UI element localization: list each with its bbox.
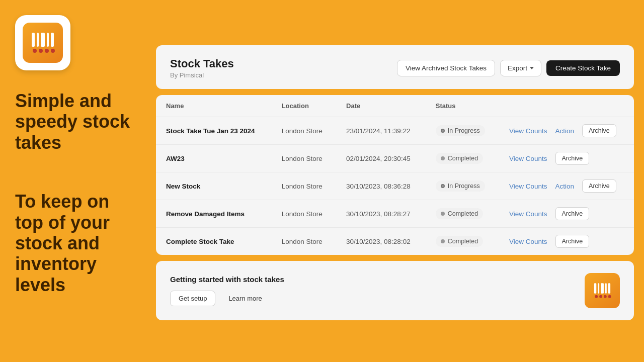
status-dot-icon bbox=[441, 239, 445, 243]
app-icon bbox=[15, 15, 70, 70]
status-dot-icon bbox=[441, 184, 445, 188]
cell-actions: View Counts Action Archive bbox=[499, 172, 634, 200]
hero-block-2: To keep on top of your stock and invento… bbox=[15, 191, 141, 295]
svg-point-14 bbox=[595, 295, 598, 298]
col-actions bbox=[499, 95, 634, 117]
cell-actions: View Counts Archive bbox=[499, 145, 634, 172]
header-title-group: Stock Takes By Pimsical bbox=[170, 57, 234, 79]
cell-status: Completed bbox=[426, 145, 499, 172]
archive-button[interactable]: Archive bbox=[582, 124, 616, 137]
getting-started-title: Getting started with stock takes bbox=[170, 275, 284, 284]
actions-col: View Counts Action Archive bbox=[509, 179, 624, 193]
status-badge: Completed bbox=[436, 153, 483, 164]
cell-date: 30/10/2023, 08:28:27 bbox=[336, 200, 426, 228]
app-icon-inner bbox=[23, 23, 63, 63]
table-row: Complete Stock Take London Store 30/10/2… bbox=[156, 228, 634, 255]
view-counts-link[interactable]: View Counts bbox=[509, 155, 547, 162]
header-card: Stock Takes By Pimsical View Archived St… bbox=[156, 45, 634, 89]
status-badge: Completed bbox=[436, 208, 483, 219]
svg-rect-9 bbox=[594, 283, 596, 294]
status-badge: In Progress bbox=[436, 180, 485, 192]
table-row: New Stock London Store 30/10/2023, 08:36… bbox=[156, 172, 634, 200]
cell-location: London Store bbox=[272, 200, 336, 228]
col-location: Location bbox=[272, 95, 336, 117]
table-row: AW23 London Store 02/01/2024, 20:30:45 C… bbox=[156, 145, 634, 172]
svg-point-17 bbox=[608, 295, 611, 298]
hero-text-2: To keep on top of your stock and invento… bbox=[15, 191, 141, 295]
svg-point-15 bbox=[599, 295, 602, 298]
cell-date: 30/10/2023, 08:36:28 bbox=[336, 172, 426, 200]
cell-name: Remove Damaged Items bbox=[156, 200, 272, 228]
cell-actions: View Counts Archive bbox=[499, 200, 634, 228]
archive-button[interactable]: Archive bbox=[555, 152, 590, 165]
getting-started-icon bbox=[585, 273, 620, 308]
header-actions: View Archived Stock Takes Export Create … bbox=[397, 60, 620, 76]
table-row: Remove Damaged Items London Store 30/10/… bbox=[156, 200, 634, 228]
col-status: Status bbox=[426, 95, 499, 117]
cell-status: In Progress bbox=[426, 117, 499, 145]
getting-started-card: Getting started with stock takes Get set… bbox=[156, 261, 634, 320]
export-button[interactable]: Export bbox=[500, 60, 541, 76]
view-counts-link[interactable]: View Counts bbox=[509, 183, 547, 190]
table-header-row: Name Location Date Status bbox=[156, 95, 634, 117]
col-date: Date bbox=[336, 95, 426, 117]
getting-started-actions: Get setup Learn more bbox=[170, 291, 284, 306]
cell-name: Complete Stock Take bbox=[156, 228, 272, 255]
left-panel: Simple and speedy stock takes To keep on… bbox=[0, 0, 156, 362]
action-link[interactable]: Action bbox=[555, 127, 575, 135]
svg-point-6 bbox=[39, 49, 43, 53]
cell-location: London Store bbox=[272, 172, 336, 200]
archive-button[interactable]: Archive bbox=[555, 235, 590, 248]
svg-rect-1 bbox=[37, 33, 39, 47]
cell-name: New Stock bbox=[156, 172, 272, 200]
table-card: Name Location Date Status Stock Take Tue… bbox=[156, 95, 634, 255]
page-title: Stock Takes bbox=[170, 57, 234, 70]
hero-text-1: Simple and speedy stock takes bbox=[15, 90, 141, 153]
svg-rect-2 bbox=[41, 33, 45, 47]
svg-rect-11 bbox=[601, 283, 604, 294]
cell-date: 30/10/2023, 08:28:02 bbox=[336, 228, 426, 255]
svg-rect-13 bbox=[608, 283, 610, 294]
learn-more-button[interactable]: Learn more bbox=[220, 291, 270, 306]
status-dot-icon bbox=[441, 156, 445, 160]
cell-date: 02/01/2024, 20:30:45 bbox=[336, 145, 426, 172]
svg-rect-12 bbox=[605, 283, 607, 294]
svg-point-16 bbox=[604, 295, 607, 298]
actions-col: View Counts Action Archive bbox=[509, 124, 624, 137]
cell-name: AW23 bbox=[156, 145, 272, 172]
cell-status: Completed bbox=[426, 228, 499, 255]
svg-point-8 bbox=[51, 49, 55, 53]
view-counts-link[interactable]: View Counts bbox=[509, 210, 547, 218]
cell-location: London Store bbox=[272, 228, 336, 255]
status-dot-icon bbox=[441, 212, 445, 216]
view-counts-link[interactable]: View Counts bbox=[509, 238, 547, 245]
get-setup-button[interactable]: Get setup bbox=[170, 291, 215, 306]
archive-button[interactable]: Archive bbox=[555, 207, 590, 220]
create-stock-take-button[interactable]: Create Stock Take bbox=[546, 60, 620, 76]
svg-rect-3 bbox=[47, 33, 49, 47]
status-dot-icon bbox=[441, 129, 445, 133]
cell-date: 23/01/2024, 11:39:22 bbox=[336, 117, 426, 145]
cell-status: Completed bbox=[426, 200, 499, 228]
action-link[interactable]: Action bbox=[555, 183, 575, 190]
getting-started-left: Getting started with stock takes Get set… bbox=[170, 275, 284, 306]
svg-point-7 bbox=[45, 49, 49, 53]
status-badge: In Progress bbox=[436, 125, 485, 136]
app-logo-svg bbox=[28, 28, 58, 58]
view-archived-button[interactable]: View Archived Stock Takes bbox=[397, 60, 495, 76]
actions-col: View Counts Archive bbox=[509, 152, 624, 165]
svg-point-5 bbox=[33, 49, 37, 53]
cell-location: London Store bbox=[272, 117, 336, 145]
col-name: Name bbox=[156, 95, 272, 117]
chevron-down-icon bbox=[530, 67, 534, 69]
cell-location: London Store bbox=[272, 145, 336, 172]
svg-rect-0 bbox=[32, 33, 35, 47]
stock-takes-table: Name Location Date Status Stock Take Tue… bbox=[156, 95, 634, 255]
view-counts-link[interactable]: View Counts bbox=[509, 127, 547, 135]
actions-col: View Counts Archive bbox=[509, 207, 624, 220]
main-panel: Stock Takes By Pimsical View Archived St… bbox=[156, 45, 644, 362]
page-subtitle: By Pimsical bbox=[170, 71, 234, 79]
hero-block-1: Simple and speedy stock takes bbox=[15, 90, 141, 173]
archive-button[interactable]: Archive bbox=[582, 179, 616, 193]
cell-actions: View Counts Action Archive bbox=[499, 117, 634, 145]
